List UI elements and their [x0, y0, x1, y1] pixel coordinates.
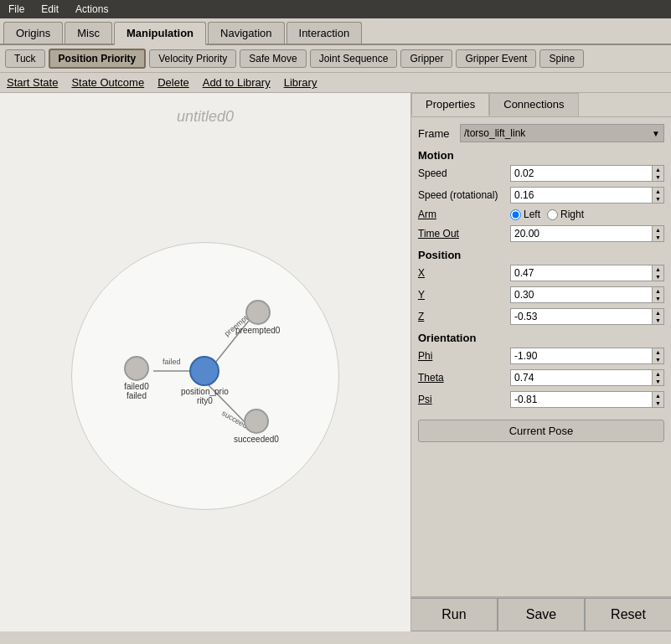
menu-file[interactable]: File — [3, 2, 29, 17]
toolbar-tuck[interactable]: Tuck — [5, 49, 45, 68]
node-circle-failed — [124, 356, 149, 381]
frame-select-wrap[interactable]: ▼ — [460, 124, 664, 142]
node-label-failed: failed0failed — [124, 382, 148, 400]
tab-origins[interactable]: Origins — [3, 22, 63, 44]
y-input[interactable] — [511, 287, 652, 302]
z-row: Z ▲ ▼ — [418, 308, 664, 325]
timeout-row: Time Out ▲ ▼ — [418, 225, 664, 242]
toolbar-safe-move[interactable]: Safe Move — [240, 49, 306, 68]
z-down[interactable]: ▼ — [652, 317, 663, 324]
toolbar-gripper[interactable]: Gripper — [400, 49, 452, 68]
frame-label: Frame — [418, 127, 460, 140]
psi-up[interactable]: ▲ — [652, 392, 663, 399]
svg-text:failed: failed — [163, 358, 181, 366]
speed-rot-up[interactable]: ▲ — [652, 188, 663, 195]
action-delete[interactable]: Delete — [157, 76, 189, 89]
tab-navigation[interactable]: Navigation — [208, 22, 284, 44]
frame-dropdown-arrow[interactable]: ▼ — [648, 129, 663, 138]
speed-rot-input[interactable] — [511, 188, 652, 203]
psi-spinners: ▲ ▼ — [652, 392, 663, 407]
toolbar-velocity-priority[interactable]: Velocity Priority — [149, 49, 236, 68]
menu-actions[interactable]: Actions — [70, 2, 113, 17]
z-up[interactable]: ▲ — [652, 309, 663, 317]
frame-input[interactable] — [461, 125, 648, 142]
speed-row: Speed ▲ ▼ — [418, 165, 664, 182]
action-state-outcome[interactable]: State Outcome — [71, 76, 144, 89]
toolbar-joint-sequence[interactable]: Joint Sequence — [310, 49, 398, 68]
x-input-wrap: ▲ ▼ — [510, 265, 664, 281]
y-down[interactable]: ▼ — [652, 295, 663, 302]
speed-input[interactable] — [511, 166, 652, 181]
toolbar-spine[interactable]: Spine — [539, 49, 584, 68]
arm-right-label[interactable]: Right — [547, 209, 584, 220]
main-content: untitled0 preem — [0, 93, 671, 631]
current-pose-button[interactable]: Current Pose — [418, 420, 664, 442]
theta-up[interactable]: ▲ — [652, 370, 663, 378]
node-preempted[interactable]: preempted0 — [235, 300, 280, 335]
speed-rot-row: Speed (rotational) ▲ ▼ — [418, 187, 664, 204]
speed-rot-down[interactable]: ▼ — [652, 195, 663, 203]
menu-edit[interactable]: Edit — [36, 2, 64, 17]
speed-down[interactable]: ▼ — [652, 173, 663, 181]
save-button[interactable]: Save — [498, 598, 585, 631]
z-input[interactable] — [511, 309, 652, 324]
action-start-state[interactable]: Start State — [7, 76, 58, 89]
x-up[interactable]: ▲ — [652, 265, 663, 273]
run-button[interactable]: Run — [411, 598, 498, 631]
psi-input[interactable] — [511, 392, 652, 407]
psi-down[interactable]: ▼ — [652, 399, 663, 407]
arm-right-text: Right — [560, 209, 584, 220]
toolbar-position-priority[interactable]: Position Priority — [49, 49, 147, 69]
y-up[interactable]: ▲ — [652, 287, 663, 295]
node-circle-position-prio — [189, 356, 219, 386]
node-succeeded[interactable]: succeeded0 — [234, 409, 279, 444]
tab-properties[interactable]: Properties — [411, 93, 489, 116]
reset-button[interactable]: Reset — [585, 598, 671, 631]
arm-left-radio[interactable] — [510, 209, 521, 220]
psi-row: Psi ▲ ▼ — [418, 391, 664, 408]
props-content: Frame ▼ Motion Speed ▲ ▼ — [411, 117, 671, 596]
theta-input[interactable] — [511, 370, 652, 385]
timeout-up[interactable]: ▲ — [652, 226, 663, 234]
node-position-prio[interactable]: position_priority0 — [181, 356, 229, 405]
phi-spinners: ▲ ▼ — [652, 348, 663, 363]
y-input-wrap: ▲ ▼ — [510, 286, 664, 303]
z-spinners: ▲ ▼ — [652, 309, 663, 324]
arm-left-text: Left — [524, 209, 540, 220]
x-down[interactable]: ▼ — [652, 273, 663, 281]
toolbar-gripper-event[interactable]: Gripper Event — [456, 49, 536, 68]
position-header: Position — [418, 249, 664, 261]
action-library[interactable]: Library — [284, 76, 317, 89]
tab-manipulation[interactable]: Manipulation — [114, 22, 206, 45]
x-input[interactable] — [511, 265, 652, 281]
phi-input[interactable] — [511, 348, 652, 363]
canvas-area[interactable]: untitled0 preem — [0, 93, 411, 631]
node-label-position-prio: position_priority0 — [181, 387, 229, 405]
speed-up[interactable]: ▲ — [652, 166, 663, 173]
phi-up[interactable]: ▲ — [652, 348, 663, 356]
tab-connections[interactable]: Connections — [489, 93, 578, 116]
theta-down[interactable]: ▼ — [652, 378, 663, 385]
x-row: X ▲ ▼ — [418, 265, 664, 281]
arm-right-radio[interactable] — [547, 209, 558, 220]
toolbar: Tuck Position Priority Velocity Priority… — [0, 45, 671, 73]
speed-rot-spinners: ▲ ▼ — [652, 188, 663, 203]
arm-label: Arm — [418, 209, 510, 220]
phi-down[interactable]: ▼ — [652, 356, 663, 363]
node-label-preempted: preempted0 — [235, 326, 280, 335]
z-label: Z — [418, 311, 510, 322]
y-row: Y ▲ ▼ — [418, 286, 664, 303]
y-spinners: ▲ ▼ — [652, 287, 663, 302]
action-add-to-library[interactable]: Add to Library — [203, 76, 271, 89]
tab-interaction[interactable]: Interaction — [286, 22, 363, 44]
timeout-down[interactable]: ▼ — [652, 234, 663, 241]
node-circle-preempted — [245, 300, 271, 325]
timeout-spinners: ▲ ▼ — [652, 226, 663, 241]
arm-left-label[interactable]: Left — [510, 209, 540, 220]
node-label-succeeded: succeeded0 — [234, 435, 279, 444]
main-tabbar: Origins Misc Manipulation Navigation Int… — [0, 18, 671, 45]
node-failed[interactable]: failed0failed — [124, 356, 149, 400]
theta-input-wrap: ▲ ▼ — [510, 369, 664, 386]
timeout-input[interactable] — [511, 226, 652, 241]
tab-misc[interactable]: Misc — [65, 22, 112, 44]
